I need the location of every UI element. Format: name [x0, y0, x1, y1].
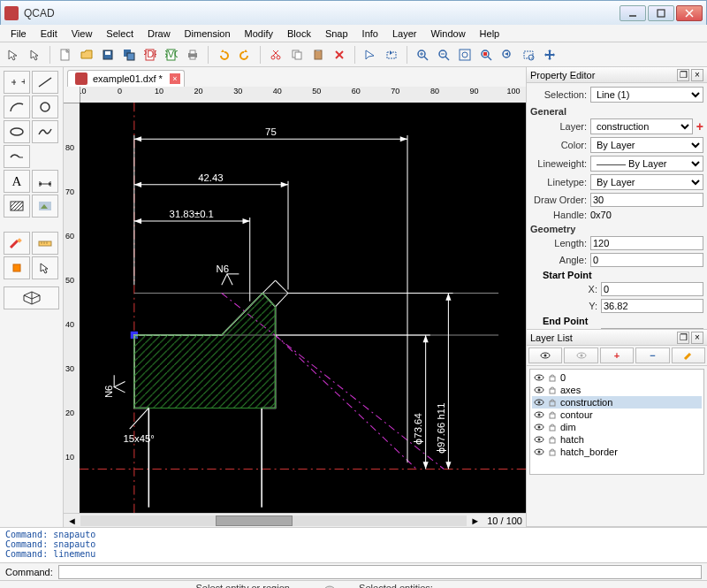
export-pdf-icon[interactable]: PDF	[141, 45, 160, 65]
menu-dimension[interactable]: Dimension	[178, 27, 238, 41]
zoom-extents-icon[interactable]	[455, 45, 475, 65]
layer-item[interactable]: axes	[532, 384, 702, 396]
layer-item[interactable]: construction	[532, 396, 702, 409]
lock-icon[interactable]	[548, 423, 557, 431]
menu-window[interactable]: Window	[423, 27, 472, 41]
line-point-tool[interactable]: +	[4, 71, 30, 94]
angle-input[interactable]	[590, 253, 703, 267]
eye-icon[interactable]	[534, 434, 544, 445]
save-file-icon[interactable]	[98, 45, 118, 65]
measure-tool[interactable]	[32, 232, 58, 255]
scroll-left-icon[interactable]: ◄	[67, 515, 77, 526]
layer-item[interactable]: dim	[532, 421, 702, 433]
draw-order-input[interactable]	[590, 193, 703, 207]
scroll-thumb[interactable]	[216, 515, 293, 526]
text-tool[interactable]: A	[4, 170, 30, 193]
menu-help[interactable]: Help	[473, 27, 507, 41]
line-tool[interactable]	[32, 71, 58, 94]
lock-icon[interactable]	[548, 398, 557, 407]
document-tab[interactable]: example01.dxf * ×	[67, 70, 185, 87]
layer-remove-icon[interactable]: −	[635, 347, 669, 363]
command-input[interactable]	[58, 565, 702, 579]
pointer-tool-icon[interactable]	[4, 45, 23, 65]
scroll-right-icon[interactable]: ►	[470, 515, 480, 526]
lock-icon[interactable]	[548, 447, 557, 456]
linetype-dropdown[interactable]: By Layer	[590, 174, 703, 190]
select-tool-icon[interactable]	[25, 45, 44, 65]
eye-icon[interactable]	[534, 372, 544, 383]
zoom-in-icon[interactable]	[413, 45, 432, 65]
snap-tool[interactable]	[4, 256, 30, 279]
close-button[interactable]	[676, 5, 703, 21]
export-svg-icon[interactable]: SVG	[162, 45, 181, 65]
lock-icon[interactable]	[548, 435, 557, 444]
zoom-previous-icon[interactable]	[498, 45, 517, 65]
undo-icon[interactable]	[214, 45, 233, 65]
menu-draw[interactable]: Draw	[141, 27, 178, 41]
layer-list-header[interactable]: Layer List ❐×	[527, 330, 707, 346]
zoom-selrect-icon[interactable]	[382, 45, 401, 65]
select-modes-tool[interactable]	[32, 256, 58, 279]
start-x-input[interactable]	[601, 282, 703, 296]
drawing-canvas[interactable]: 75 42.43 31.83±0.1 15x45°	[80, 103, 526, 513]
print-icon[interactable]	[183, 45, 202, 65]
minimize-button[interactable]	[620, 5, 646, 21]
pan-icon[interactable]	[540, 45, 559, 65]
property-editor-header[interactable]: Property Editor ❐×	[527, 67, 707, 83]
lock-icon[interactable]	[548, 373, 557, 382]
horizontal-scrollbar[interactable]: ◄ ► 10 / 100	[64, 513, 526, 527]
copy-icon[interactable]	[287, 45, 307, 65]
selection-dropdown[interactable]: Line (1)	[590, 87, 703, 103]
panel-float-icon[interactable]: ❐	[677, 332, 689, 344]
modify-tool[interactable]	[4, 232, 30, 255]
menu-select[interactable]: Select	[99, 27, 141, 41]
menu-layer[interactable]: Layer	[385, 27, 424, 41]
layer-edit-icon[interactable]	[672, 347, 705, 363]
layer-dropdown[interactable]: construction	[590, 118, 693, 134]
menu-view[interactable]: View	[65, 27, 100, 41]
layer-item[interactable]: hatch	[532, 433, 702, 446]
menu-file[interactable]: File	[4, 27, 34, 41]
menu-edit[interactable]: Edit	[34, 27, 65, 41]
zoom-selection-icon[interactable]	[476, 45, 496, 65]
arc-tool[interactable]	[4, 95, 30, 118]
panel-close-icon[interactable]: ×	[691, 69, 703, 81]
menu-snap[interactable]: Snap	[318, 27, 355, 41]
paste-icon[interactable]	[308, 45, 328, 65]
isometric-tool[interactable]	[4, 286, 59, 309]
zoom-out-icon[interactable]	[434, 45, 453, 65]
new-file-icon[interactable]	[56, 45, 75, 65]
zoom-window-icon[interactable]	[519, 45, 538, 65]
panel-float-icon[interactable]: ❐	[677, 69, 689, 81]
maximize-button[interactable]	[648, 5, 674, 21]
eye-icon[interactable]	[534, 447, 544, 457]
color-dropdown[interactable]: By Layer	[590, 137, 703, 153]
eye-icon[interactable]	[534, 397, 544, 408]
save-copy-icon[interactable]	[119, 45, 139, 65]
menu-info[interactable]: Info	[355, 27, 385, 41]
hatch-tool[interactable]	[4, 195, 30, 218]
layer-item[interactable]: hatch_border	[532, 446, 702, 458]
layer-show-all-icon[interactable]	[528, 347, 562, 363]
polyline-tool[interactable]	[4, 145, 30, 168]
layer-item[interactable]: contour	[532, 409, 702, 421]
zoom-arrow-icon[interactable]	[361, 45, 380, 65]
menu-modify[interactable]: Modify	[238, 27, 280, 41]
eye-icon[interactable]	[534, 409, 544, 420]
tab-close-icon[interactable]: ×	[170, 73, 180, 84]
end-x-input[interactable]	[601, 328, 703, 329]
ellipse-tool[interactable]	[4, 120, 30, 143]
lock-icon[interactable]	[548, 386, 557, 394]
image-tool[interactable]	[32, 195, 58, 218]
cut-icon[interactable]	[266, 45, 285, 65]
redo-icon[interactable]	[235, 45, 255, 65]
start-y-input[interactable]	[601, 299, 703, 313]
delete-icon[interactable]	[330, 45, 349, 65]
eye-icon[interactable]	[534, 422, 544, 432]
add-layer-icon[interactable]: +	[696, 119, 703, 134]
layer-add-icon[interactable]: +	[600, 347, 634, 363]
dimension-tool[interactable]	[32, 170, 58, 193]
lineweight-dropdown[interactable]: ——— By Layer	[590, 156, 703, 172]
spline-tool[interactable]	[32, 120, 58, 143]
length-input[interactable]	[590, 236, 703, 250]
